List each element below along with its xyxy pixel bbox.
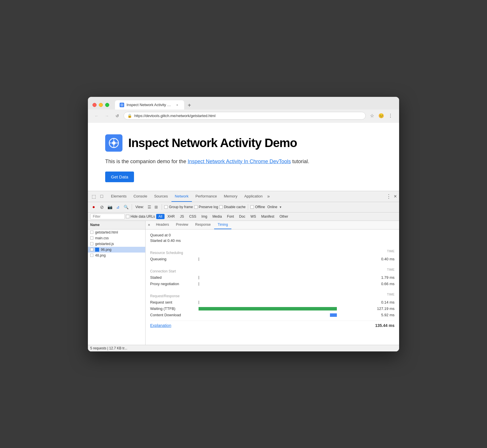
filter-doc-button[interactable]: Doc: [237, 214, 248, 219]
forward-button[interactable]: →: [103, 112, 111, 120]
timing-tab-headers[interactable]: Headers: [152, 221, 172, 229]
file-checkbox: [90, 231, 93, 234]
url-text: https://devtools.glitch.me/network/getst…: [134, 114, 216, 118]
camera-button[interactable]: 📷: [106, 204, 113, 210]
filter-media-button[interactable]: Media: [210, 214, 224, 219]
search-button[interactable]: 🔍: [122, 204, 129, 210]
preserve-log-checkbox-box: [194, 205, 198, 209]
filter-font-button[interactable]: Font: [225, 214, 236, 219]
menu-button[interactable]: ⋮: [386, 112, 394, 120]
new-tab-button[interactable]: +: [185, 101, 193, 110]
browser-window: Inspect Network Activity Demo × + ← → ↺ …: [88, 97, 399, 351]
filter-ws-button[interactable]: WS: [248, 214, 258, 219]
request-response-time-col: TIME: [387, 293, 394, 296]
devtools-close-button[interactable]: ×: [394, 193, 397, 199]
tab-console[interactable]: Console: [130, 191, 151, 202]
minimize-traffic-light[interactable]: [99, 103, 103, 107]
tab-elements[interactable]: Elements: [107, 191, 130, 202]
file-name: 96.png: [101, 248, 112, 252]
close-traffic-light[interactable]: [93, 103, 97, 107]
group-by-frame-label: Group by frame: [169, 205, 193, 209]
request-sent-label: Request sent: [150, 300, 196, 304]
tabs-area: Inspect Network Activity Demo × +: [115, 100, 394, 110]
disable-cache-checkbox[interactable]: Disable cache: [219, 205, 246, 209]
timing-panel-close[interactable]: ×: [148, 223, 150, 227]
connection-start-section: Connection Start TIME Stalled 1.79 ms Pr…: [150, 265, 394, 287]
filter-css-button[interactable]: CSS: [187, 214, 199, 219]
offline-checkbox[interactable]: Offline: [250, 205, 265, 209]
page-content: Inspect Network Activity Demo This is th…: [88, 123, 399, 191]
connection-start-time-col: TIME: [387, 268, 394, 271]
tab-close-button[interactable]: ×: [175, 103, 180, 107]
tab-performance[interactable]: Performance: [192, 191, 220, 202]
queueing-label: Queueing: [150, 257, 196, 261]
stalled-line: [199, 276, 199, 279]
star-button[interactable]: ☆: [368, 112, 376, 120]
file-item-48-png[interactable]: 48.png: [88, 253, 145, 258]
clear-button[interactable]: ⊘: [98, 204, 105, 210]
filter-other-button[interactable]: Other: [277, 214, 290, 219]
more-tabs-button[interactable]: »: [266, 194, 271, 199]
devtools-link[interactable]: Inspect Network Activity In Chrome DevTo…: [188, 159, 291, 164]
group-by-frame-checkbox[interactable]: Group by frame: [164, 205, 193, 209]
request-response-title: Request/Response: [150, 294, 180, 298]
queueing-time: 0.40 ms: [371, 257, 394, 261]
avatar-button[interactable]: 😊: [377, 112, 385, 120]
filter-type-buttons: All XHR JS CSS Img Media Font Doc WS Man…: [156, 214, 290, 219]
filter-manifest-button[interactable]: Manifest: [259, 214, 277, 219]
file-item-getstarted-js[interactable]: getstarted.js: [88, 241, 145, 247]
tab-memory[interactable]: Memory: [220, 191, 241, 202]
tab-application[interactable]: Application: [241, 191, 266, 202]
hide-data-urls-checkbox[interactable]: Hide data URLs: [126, 214, 155, 219]
toolbar-separator-2: [162, 204, 162, 210]
filter-js-button[interactable]: JS: [178, 214, 186, 219]
back-button[interactable]: ←: [93, 112, 101, 120]
reload-button[interactable]: ↺: [113, 112, 121, 120]
resource-scheduling-section: Resource Scheduling TIME Queueing 0.40 m…: [150, 246, 394, 262]
filter-button[interactable]: ⊿: [114, 204, 121, 210]
file-item-96-png[interactable]: 96.png: [88, 247, 145, 253]
queueing-line: [199, 257, 199, 261]
stalled-label: Stalled: [150, 275, 196, 280]
filter-all-button[interactable]: All: [156, 214, 165, 219]
proxy-bar: [199, 282, 369, 286]
toolbar-separator: [132, 204, 132, 210]
filter-xhr-button[interactable]: XHR: [165, 214, 177, 219]
file-checkbox: [90, 242, 93, 245]
waiting-green-bar: [199, 307, 337, 310]
get-data-button[interactable]: Get Data: [105, 172, 134, 182]
view-label: View:: [135, 205, 144, 209]
explanation-link[interactable]: Explanation: [150, 323, 171, 328]
tab-sources[interactable]: Sources: [151, 191, 171, 202]
devtools-menu-button[interactable]: ⋮: [386, 193, 391, 199]
devtools-device-icon[interactable]: □: [98, 193, 105, 200]
dropdown-icon[interactable]: ▼: [279, 206, 282, 209]
title-bar: Inspect Network Activity Demo × +: [88, 97, 399, 110]
stalled-time: 1.79 ms: [371, 275, 394, 280]
list-view-button[interactable]: ☰: [146, 204, 152, 210]
file-item-main-css[interactable]: main.css: [88, 235, 145, 241]
devtools-cursor-icon[interactable]: ⬚: [90, 193, 97, 200]
address-input[interactable]: 🔒 https://devtools.glitch.me/network/get…: [124, 112, 366, 120]
file-item-getstarted-html[interactable]: getstarted.html: [88, 229, 145, 235]
filter-img-button[interactable]: Img: [199, 214, 209, 219]
preserve-log-label: Preserve log: [199, 205, 218, 209]
request-response-header: Request/Response TIME: [150, 289, 394, 299]
toolbar-separator-3: [248, 204, 248, 210]
timing-tab-preview[interactable]: Preview: [173, 221, 192, 229]
proxy-line: [199, 282, 199, 286]
timing-tab-timing[interactable]: Timing: [214, 221, 231, 229]
file-checkbox: [90, 254, 93, 257]
grid-view-button[interactable]: ⊞: [153, 204, 159, 210]
queueing-bar: [199, 257, 369, 261]
resource-scheduling-header: Resource Scheduling TIME: [150, 246, 394, 256]
tab-network[interactable]: Network: [171, 191, 192, 202]
file-list: getstarted.html main.css getstarted.js 9…: [88, 229, 145, 345]
browser-tab[interactable]: Inspect Network Activity Demo ×: [115, 100, 184, 110]
timing-content: Queued at 0 Started at 0.40 ms Resource …: [146, 229, 399, 332]
filter-input[interactable]: [90, 214, 125, 219]
preserve-log-checkbox[interactable]: Preserve log: [194, 205, 218, 209]
timing-tab-response[interactable]: Response: [192, 221, 214, 229]
maximize-traffic-light[interactable]: [105, 103, 109, 107]
record-button[interactable]: ●: [90, 204, 97, 210]
